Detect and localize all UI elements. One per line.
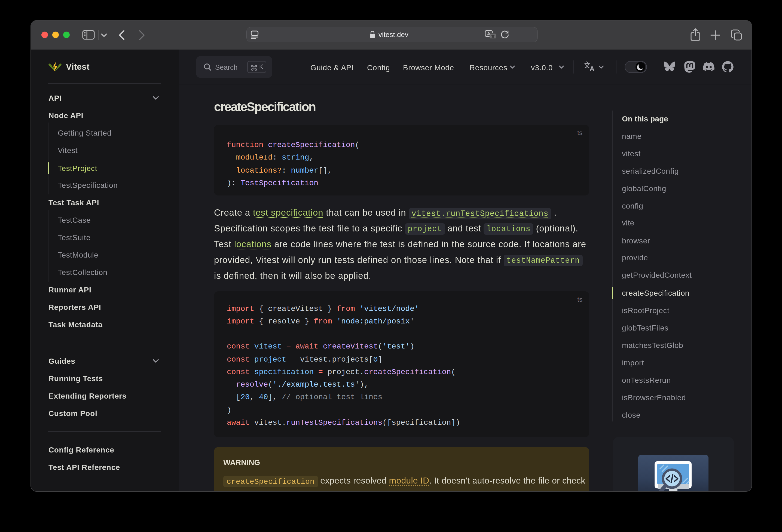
svg-text:A: A (590, 65, 595, 73)
